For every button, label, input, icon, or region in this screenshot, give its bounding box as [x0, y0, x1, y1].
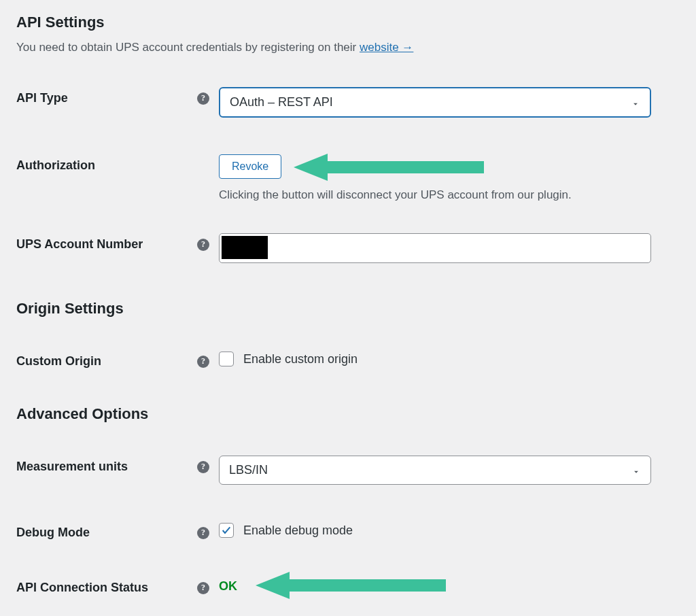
api-connection-status-value: OK: [219, 577, 237, 594]
svg-marker-0: [294, 154, 484, 181]
measurement-units-label: Measurement units: [16, 460, 128, 474]
website-link[interactable]: website →: [360, 41, 413, 54]
help-icon[interactable]: ?: [197, 582, 209, 594]
redacted-block: [222, 236, 268, 259]
custom-origin-checkbox-label: Enable custom origin: [243, 352, 358, 366]
api-type-select[interactable]: OAuth – REST API: [219, 87, 651, 118]
api-settings-heading: API Settings: [16, 14, 680, 31]
debug-mode-label: Debug Mode: [16, 526, 90, 540]
debug-mode-checkbox[interactable]: [219, 523, 234, 538]
api-type-label: API Type: [16, 91, 68, 105]
custom-origin-label: Custom Origin: [16, 354, 101, 369]
api-connection-status-label: API Connection Status: [16, 581, 148, 595]
arrow-annotation-icon: [294, 152, 484, 186]
advanced-options-heading: Advanced Options: [16, 405, 680, 423]
svg-marker-1: [256, 572, 446, 599]
revoke-button[interactable]: Revoke: [219, 154, 281, 179]
api-settings-description: You need to obtain UPS account credentia…: [16, 41, 680, 54]
help-icon[interactable]: ?: [197, 239, 209, 251]
origin-settings-heading: Origin Settings: [16, 300, 680, 318]
custom-origin-checkbox[interactable]: [219, 352, 234, 366]
help-icon[interactable]: ?: [197, 356, 209, 368]
chevron-down-icon: [631, 98, 640, 107]
chevron-down-icon: [631, 466, 641, 475]
measurement-units-select[interactable]: LBS/IN: [219, 456, 651, 485]
help-icon[interactable]: ?: [197, 527, 209, 539]
ups-account-number-label: UPS Account Number: [16, 237, 143, 252]
authorization-label: Authorization: [16, 158, 95, 173]
authorization-hint: Clicking the button will disconnect your…: [219, 188, 651, 202]
help-icon[interactable]: ?: [197, 461, 209, 473]
debug-mode-checkbox-label: Enable debug mode: [243, 524, 353, 538]
arrow-annotation-icon: [256, 570, 446, 604]
ups-account-number-input[interactable]: [219, 233, 651, 263]
help-icon[interactable]: ?: [197, 92, 209, 105]
